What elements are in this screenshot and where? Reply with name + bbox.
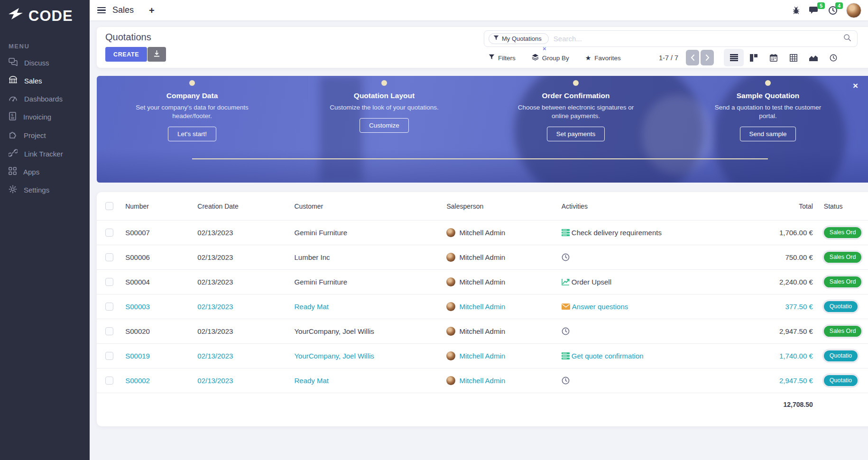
activity-clock-icon[interactable] (562, 253, 570, 261)
sidebar-item-dashboards[interactable]: Dashboards (0, 90, 90, 108)
pager-next-button[interactable] (701, 50, 714, 65)
row-checkbox[interactable] (105, 327, 113, 335)
activities-count-badge: 4 (835, 2, 843, 9)
sidebar-item-label: Dashboards (24, 95, 63, 103)
remove-facet-icon[interactable]: × (543, 45, 546, 52)
view-switcher (724, 49, 843, 66)
new-tab-button[interactable]: + (149, 6, 155, 15)
column-header-number[interactable]: Number (125, 202, 197, 210)
row-checkbox[interactable] (105, 377, 113, 385)
column-header-customer[interactable]: Customer (294, 202, 446, 210)
create-button[interactable]: CREATE (105, 47, 147, 62)
column-header-activities[interactable]: Activities (562, 202, 739, 210)
sidebar-item-project[interactable]: Project (0, 126, 90, 145)
filters-button[interactable]: Filters (489, 54, 516, 62)
row-salesperson: Mitchell Admin (459, 327, 505, 335)
row-number: S00020 (125, 327, 197, 335)
activity-clock-icon[interactable] (562, 377, 570, 385)
status-badge: Sales Ord (824, 227, 862, 238)
select-all-checkbox[interactable] (105, 202, 113, 210)
activity-chart-icon[interactable] (562, 278, 570, 285)
page-title: Quotations (105, 32, 151, 43)
activity-list-icon[interactable] (562, 229, 570, 236)
timeline-dot (189, 80, 195, 86)
table-row[interactable]: S00007 02/13/2023 Gemini Furniture Mitch… (97, 220, 868, 245)
graph-view-button[interactable] (803, 49, 823, 66)
filters-funnel-icon (489, 54, 495, 62)
step-action-button[interactable]: Send sample (740, 127, 796, 141)
step-description: Choose between electronic signatures or … (517, 103, 635, 120)
row-checkbox[interactable] (105, 303, 113, 311)
sidebar-section-label: MENU (9, 43, 90, 50)
row-customer: Lumber Inc (294, 253, 446, 261)
activity-view-button[interactable] (823, 49, 843, 66)
sidebar-item-discuss[interactable]: Discuss (0, 54, 90, 72)
salesperson-avatar (446, 277, 455, 286)
timeline-dot (381, 80, 387, 86)
step-action-button[interactable]: Let's start! (168, 127, 216, 141)
banner-close-icon[interactable]: × (851, 79, 860, 93)
column-header-salesperson[interactable]: Salesperson (446, 202, 561, 210)
row-checkbox[interactable] (105, 229, 113, 237)
row-total: 1,706.00 € (739, 229, 813, 237)
activity-list-icon[interactable] (562, 352, 570, 359)
table-row[interactable]: S00002 02/13/2023 Ready Mat Mitchell Adm… (97, 368, 868, 393)
sidebar-item-invoicing[interactable]: $ Invoicing (0, 108, 90, 126)
pager-previous-button[interactable] (686, 50, 699, 65)
table-row[interactable]: S00004 02/13/2023 Gemini Furniture Mitch… (97, 269, 868, 294)
kanban-view-button[interactable] (744, 49, 764, 66)
table-row[interactable]: S00020 02/13/2023 YourCompany, Joel Will… (97, 319, 868, 343)
salesperson-avatar (446, 327, 455, 336)
star-icon: ★ (585, 54, 591, 62)
column-header-status[interactable]: Status (813, 202, 868, 210)
favorites-button[interactable]: ★ Favorites (585, 54, 621, 62)
sidebar-item-label: Invoicing (23, 113, 51, 121)
calendar-view-button[interactable] (764, 49, 784, 66)
row-salesperson: Mitchell Admin (459, 352, 505, 360)
step-action-button[interactable]: Customize (360, 118, 409, 133)
row-salesperson: Mitchell Admin (459, 278, 505, 286)
row-creation-date: 02/13/2023 (197, 303, 294, 311)
hamburger-menu-icon[interactable] (97, 7, 106, 14)
table-row[interactable]: S00019 02/13/2023 YourCompany, Joel Will… (97, 343, 868, 368)
sidebar: CODE MENU Discuss Sales Dashboards $ Inv… (0, 0, 90, 460)
debug-bug-icon[interactable] (792, 6, 801, 15)
activity-clock-icon[interactable] (562, 327, 570, 335)
salesperson-avatar (446, 376, 455, 385)
sidebar-item-apps[interactable]: Apps (0, 163, 90, 181)
export-button[interactable] (148, 47, 166, 62)
column-header-total[interactable]: Total (739, 202, 813, 210)
row-checkbox[interactable] (105, 253, 113, 261)
sidebar-item-settings[interactable]: Settings (0, 181, 90, 199)
group-by-button[interactable]: Group By (532, 54, 569, 62)
column-header-creation-date[interactable]: Creation Date (197, 202, 294, 210)
logo[interactable]: CODE (0, 0, 90, 25)
row-customer: Ready Mat (294, 377, 446, 385)
messages-icon[interactable]: 5 (809, 6, 820, 15)
settings-icon (9, 185, 17, 195)
table-row[interactable]: S00006 02/13/2023 Lumber Inc Mitchell Ad… (97, 245, 868, 269)
row-checkbox[interactable] (105, 352, 113, 360)
search-facet-my-quotations[interactable]: My Quotations (489, 33, 549, 44)
sidebar-item-sales[interactable]: Sales (0, 72, 90, 90)
activity-envelope-icon[interactable] (562, 304, 570, 310)
sidebar-item-link-tracker[interactable]: Link Tracker (0, 145, 90, 163)
activities-clock-icon[interactable]: 4 (828, 6, 838, 15)
list-view-button[interactable] (724, 49, 744, 66)
row-salesperson: Mitchell Admin (459, 253, 505, 261)
step-action-button[interactable]: Set payments (547, 127, 605, 141)
row-total: 2,947.50 € (739, 377, 813, 385)
row-salesperson: Mitchell Admin (459, 303, 505, 311)
invoicing-icon: $ (9, 112, 17, 122)
search-input[interactable]: My Quotations Search... (484, 30, 858, 47)
row-checkbox[interactable] (105, 278, 113, 286)
link-icon (9, 149, 18, 158)
onboarding-step: Order Confirmation Choose between electr… (509, 76, 642, 141)
app-menu-title[interactable]: Sales (112, 5, 134, 15)
salesperson-avatar (446, 351, 455, 360)
user-avatar[interactable] (846, 3, 861, 18)
pivot-view-button[interactable] (784, 49, 803, 66)
layers-icon (532, 54, 539, 62)
sidebar-item-label: Link Tracker (24, 150, 63, 158)
table-row[interactable]: S00003 02/13/2023 Ready Mat Mitchell Adm… (97, 294, 868, 319)
